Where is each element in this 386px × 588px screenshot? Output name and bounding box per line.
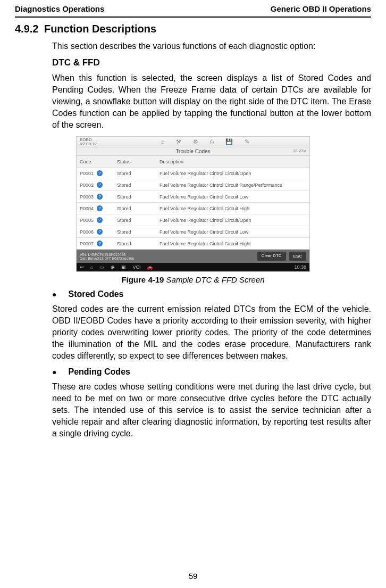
home-icon[interactable]: ⌂	[161, 138, 165, 145]
tool-icon[interactable]: ⚒	[176, 138, 181, 145]
caption-text: Sample DTC & FFD Screen	[164, 275, 264, 284]
esc-button[interactable]: ESC	[289, 252, 306, 261]
help-icon[interactable]: ?	[97, 217, 103, 223]
nav-home-icon[interactable]: ⌂	[90, 264, 93, 270]
fig-version: V2.00.12	[80, 142, 97, 146]
subsection-dtc-ffd: DTC & FFD	[52, 57, 371, 68]
header-right: Generic OBD II Operations	[271, 4, 371, 13]
help-icon[interactable]: ?	[97, 241, 103, 246]
table-row[interactable]: P0005?StoredFuel Volume Regulator Cintro…	[77, 214, 309, 226]
header-left: Diagnostics Operations	[15, 4, 104, 13]
dtc-ffd-paragraph: When this function is selected, the scre…	[52, 72, 371, 131]
col-header-code: Code	[80, 159, 117, 164]
stored-codes-label: Stored Codes	[68, 289, 123, 299]
fig-car: Car: Benz/211.077 E63/Gasoline	[80, 256, 134, 260]
table-row[interactable]: P0007?StoredFuel Volume Regulator Cintro…	[77, 238, 309, 250]
stored-codes-paragraph: Stored codes are the current emission re…	[52, 303, 371, 362]
app-icon[interactable]: ▣	[121, 264, 126, 270]
intro-paragraph: This section describes the various funct…	[52, 40, 371, 52]
page-number: 59	[0, 572, 386, 581]
table-row[interactable]: P0006?StoredFuel Volume Regulator Cintro…	[77, 226, 309, 238]
fig-vin: VIN: LYBFCFAE18F015498	[80, 253, 134, 256]
table-row[interactable]: P0002?StoredFuel Volume Regulator Cintro…	[77, 179, 309, 191]
print-icon[interactable]: ⎙	[210, 138, 214, 145]
col-header-status: Status	[117, 159, 160, 164]
pending-codes-label: Pending Codes	[68, 367, 130, 377]
table-row[interactable]: P0003?StoredFuel Volume Regulator Cintro…	[77, 191, 309, 203]
help-icon[interactable]: ?	[97, 182, 103, 188]
back-icon[interactable]: ↩	[80, 264, 84, 270]
fig-title: Trouble Codes	[175, 148, 210, 154]
car-icon[interactable]: 🚗	[147, 264, 153, 270]
help-icon[interactable]: ?	[97, 170, 103, 176]
pending-codes-paragraph: These are codes whose setting conditions…	[52, 381, 371, 440]
save-icon[interactable]: 💾	[225, 138, 233, 145]
edit-icon[interactable]: ✎	[245, 138, 249, 145]
col-header-desc: Description	[160, 159, 306, 164]
table-row[interactable]: P0004?StoredFuel Volume Regulator Cintro…	[77, 203, 309, 214]
recent-icon[interactable]: ▭	[99, 264, 104, 270]
caption-number: Figure 4-19	[121, 275, 164, 284]
header-rule	[15, 16, 371, 18]
figure-screenshot: EOBD V2.00.12 ⌂ ⚒ ⚙ ⎙ 💾 ✎ Trouble Codes …	[76, 136, 310, 272]
table-row[interactable]: P0001?StoredFuel Volume Regulator Cintro…	[77, 168, 309, 179]
help-icon[interactable]: ?	[97, 205, 103, 211]
fig-clock: 10:38	[294, 264, 306, 270]
section-title: Function Descriptions	[44, 23, 156, 35]
camera-icon[interactable]: ◉	[111, 264, 115, 270]
bullet-icon: ●	[52, 289, 56, 300]
help-icon[interactable]: ?	[97, 229, 103, 235]
figure-caption: Figure 4-19 Sample DTC & FFD Screen	[15, 275, 371, 284]
vci-icon[interactable]: VCI	[132, 264, 140, 270]
section-number: 4.9.2	[15, 23, 38, 35]
help-icon[interactable]: ?	[97, 194, 103, 200]
clear-dtc-button[interactable]: Clear DTC	[257, 252, 286, 261]
bullet-icon: ●	[52, 367, 56, 378]
settings-icon[interactable]: ⚙	[193, 138, 198, 145]
fig-voltage: 12.23V	[293, 148, 306, 153]
